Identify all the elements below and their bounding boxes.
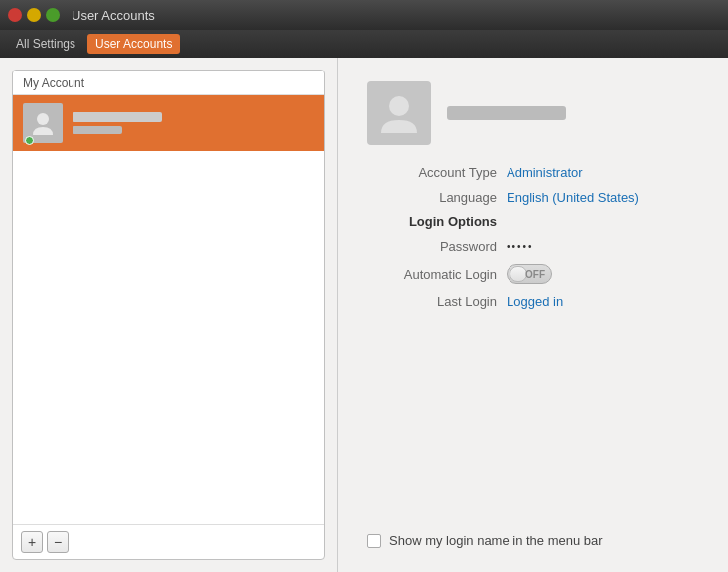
svg-point-0 [37,113,49,125]
accounts-list [13,95,324,524]
user-accounts-menu-item[interactable]: User Accounts [87,34,180,54]
maximize-button[interactable] [46,8,60,22]
add-account-button[interactable]: + [21,531,43,553]
password-value[interactable]: ••••• [507,241,534,252]
username-area [447,106,566,120]
user-icon [29,109,57,137]
automatic-login-label: Automatic Login [367,267,507,282]
left-panel: My Account + [0,58,338,572]
titlebar: User Accounts [0,0,728,30]
login-options-row: Login Options [367,214,698,229]
show-login-name-label: Show my login name in the menu bar [389,533,603,548]
language-row: Language English (United States) [367,190,698,205]
username-redacted [447,106,566,120]
last-login-value: Logged in [507,294,563,309]
remove-account-button[interactable]: − [47,531,69,553]
toggle-off-label: OFF [525,269,545,280]
toggle-container: OFF [507,264,552,284]
account-item[interactable] [13,95,324,151]
big-avatar [367,81,431,145]
right-panel: Account Type Administrator Language Engl… [338,58,728,572]
window-controls [8,8,60,22]
accounts-section-header: My Account [13,71,324,95]
last-login-row: Last Login Logged in [367,294,698,309]
svg-point-1 [389,96,409,116]
main-content: My Account + [0,58,728,572]
detail-rows: Account Type Administrator Language Engl… [367,165,698,309]
accounts-box: My Account + [12,70,325,560]
menubar: All Settings User Accounts [0,30,728,58]
account-type-row: Account Type Administrator [367,165,698,180]
automatic-login-toggle[interactable]: OFF [507,264,552,284]
password-row: Password ••••• [367,239,698,254]
accounts-footer: + − [13,524,324,559]
login-options-label: Login Options [367,214,507,229]
avatar [23,103,63,143]
language-label: Language [367,190,507,205]
window-title: User Accounts [72,8,155,23]
account-name-redacted [73,112,162,122]
close-button[interactable] [8,8,22,22]
big-user-icon [375,89,423,137]
account-type-value[interactable]: Administrator [507,165,583,180]
user-header [367,81,698,145]
show-login-name-checkbox[interactable] [367,534,381,548]
bottom-bar: Show my login name in the menu bar [367,513,698,548]
password-label: Password [367,239,507,254]
online-indicator [25,136,34,145]
account-info [73,112,162,134]
last-login-label: Last Login [367,294,507,309]
language-value[interactable]: English (United States) [507,190,639,205]
account-role-redacted [73,126,122,134]
account-type-label: Account Type [367,165,507,180]
automatic-login-row: Automatic Login OFF [367,264,698,284]
all-settings-menu-item[interactable]: All Settings [8,34,83,54]
minimize-button[interactable] [27,8,41,22]
